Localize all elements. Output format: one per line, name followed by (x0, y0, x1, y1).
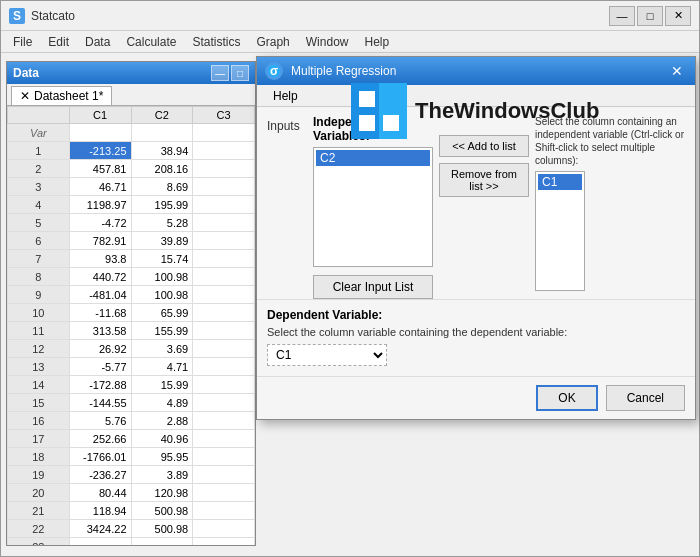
menu-edit[interactable]: Edit (40, 33, 77, 51)
menu-file[interactable]: File (5, 33, 40, 51)
dialog-menu-help[interactable]: Help (265, 87, 306, 105)
cell-c3[interactable] (193, 178, 255, 196)
minimize-button[interactable]: — (609, 6, 635, 26)
cell-c3[interactable] (193, 520, 255, 538)
right-list-item-c1[interactable]: C1 (538, 174, 582, 190)
cell-c2[interactable]: 38.94 (131, 142, 193, 160)
cell-c3[interactable] (193, 304, 255, 322)
remove-from-list-button[interactable]: Remove from list >> (439, 163, 529, 197)
cell-c1[interactable]: 252.66 (69, 430, 131, 448)
menu-help[interactable]: Help (356, 33, 397, 51)
cell-c3[interactable] (193, 250, 255, 268)
cell-c2[interactable]: 40.96 (131, 430, 193, 448)
cell-c3[interactable] (193, 430, 255, 448)
cell-c2[interactable]: 2.88 (131, 412, 193, 430)
cell-c2[interactable] (131, 538, 193, 546)
cell-c3[interactable] (193, 232, 255, 250)
col-header-c1[interactable]: C1 (69, 107, 131, 124)
cell-c3[interactable] (193, 286, 255, 304)
cell-c2[interactable]: 195.99 (131, 196, 193, 214)
cell-c1[interactable]: -213.25 (69, 142, 131, 160)
spreadsheet[interactable]: C1 C2 C3 Var1-213.2538.942457.81208.1634… (7, 106, 255, 545)
cell-c3[interactable] (193, 340, 255, 358)
add-to-list-button[interactable]: << Add to list (439, 135, 529, 157)
cell-c2[interactable]: 500.98 (131, 520, 193, 538)
cell-c1[interactable]: -144.55 (69, 394, 131, 412)
cell-c2[interactable]: 100.98 (131, 268, 193, 286)
cell-c2[interactable]: 3.69 (131, 340, 193, 358)
cell-c3[interactable] (193, 322, 255, 340)
dep-variable-select[interactable]: C1 (267, 344, 387, 366)
right-list-box[interactable]: C1 (535, 171, 585, 291)
cell-c3[interactable] (193, 538, 255, 546)
menu-graph[interactable]: Graph (248, 33, 297, 51)
cell-c2[interactable]: 15.99 (131, 376, 193, 394)
cell-c3[interactable] (193, 214, 255, 232)
dialog-close-button[interactable]: ✕ (667, 61, 687, 81)
cell-c1[interactable]: -172.88 (69, 376, 131, 394)
cell-c1[interactable]: 457.81 (69, 160, 131, 178)
menu-window[interactable]: Window (298, 33, 357, 51)
cell-c3[interactable] (193, 268, 255, 286)
cancel-button[interactable]: Cancel (606, 385, 685, 411)
cell-c1[interactable]: 80.44 (69, 484, 131, 502)
cell-c2[interactable] (131, 124, 193, 142)
cell-c3[interactable] (193, 358, 255, 376)
cell-c2[interactable]: 4.89 (131, 394, 193, 412)
cell-c2[interactable]: 208.16 (131, 160, 193, 178)
cell-c2[interactable]: 500.98 (131, 502, 193, 520)
cell-c2[interactable]: 155.99 (131, 322, 193, 340)
cell-c2[interactable]: 4.71 (131, 358, 193, 376)
cell-c1[interactable] (69, 538, 131, 546)
menu-statistics[interactable]: Statistics (184, 33, 248, 51)
data-minimize-btn[interactable]: — (211, 65, 229, 81)
close-button[interactable]: ✕ (665, 6, 691, 26)
cell-c1[interactable]: -5.77 (69, 358, 131, 376)
cell-c2[interactable]: 120.98 (131, 484, 193, 502)
data-maximize-btn[interactable]: □ (231, 65, 249, 81)
cell-c1[interactable]: 118.94 (69, 502, 131, 520)
cell-c2[interactable]: 100.98 (131, 286, 193, 304)
cell-c3[interactable] (193, 448, 255, 466)
cell-c3[interactable] (193, 124, 255, 142)
cell-c1[interactable]: 782.91 (69, 232, 131, 250)
cell-c3[interactable] (193, 160, 255, 178)
ok-button[interactable]: OK (536, 385, 597, 411)
cell-c3[interactable] (193, 466, 255, 484)
cell-c1[interactable] (69, 124, 131, 142)
cell-c3[interactable] (193, 502, 255, 520)
cell-c1[interactable]: 1198.97 (69, 196, 131, 214)
col-header-c2[interactable]: C2 (131, 107, 193, 124)
cell-c1[interactable]: 3424.22 (69, 520, 131, 538)
cell-c3[interactable] (193, 484, 255, 502)
cell-c2[interactable]: 95.95 (131, 448, 193, 466)
menu-calculate[interactable]: Calculate (118, 33, 184, 51)
cell-c1[interactable]: -1766.01 (69, 448, 131, 466)
maximize-button[interactable]: □ (637, 6, 663, 26)
menu-data[interactable]: Data (77, 33, 118, 51)
cell-c1[interactable]: -11.68 (69, 304, 131, 322)
cell-c1[interactable]: 313.58 (69, 322, 131, 340)
cell-c2[interactable]: 15.74 (131, 250, 193, 268)
cell-c3[interactable] (193, 394, 255, 412)
cell-c1[interactable]: 5.76 (69, 412, 131, 430)
cell-c2[interactable]: 65.99 (131, 304, 193, 322)
cell-c2[interactable]: 8.69 (131, 178, 193, 196)
indep-list-box[interactable]: C2 (313, 147, 433, 267)
cell-c2[interactable]: 5.28 (131, 214, 193, 232)
clear-input-list-button[interactable]: Clear Input List (313, 275, 433, 299)
cell-c1[interactable]: -481.04 (69, 286, 131, 304)
cell-c1[interactable]: -4.72 (69, 214, 131, 232)
cell-c1[interactable]: 46.71 (69, 178, 131, 196)
cell-c1[interactable]: 440.72 (69, 268, 131, 286)
cell-c3[interactable] (193, 196, 255, 214)
col-header-c3[interactable]: C3 (193, 107, 255, 124)
cell-c1[interactable]: 93.8 (69, 250, 131, 268)
cell-c2[interactable]: 39.89 (131, 232, 193, 250)
cell-c3[interactable] (193, 142, 255, 160)
cell-c1[interactable]: 26.92 (69, 340, 131, 358)
cell-c1[interactable]: -236.27 (69, 466, 131, 484)
cell-c3[interactable] (193, 412, 255, 430)
cell-c2[interactable]: 3.89 (131, 466, 193, 484)
indep-list-item-c2[interactable]: C2 (316, 150, 430, 166)
